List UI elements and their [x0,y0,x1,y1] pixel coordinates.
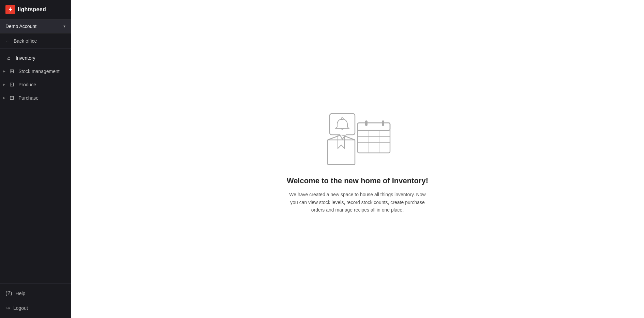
account-name: Demo Account [5,24,36,29]
home-icon: ⌂ [5,55,12,61]
expand-icon-purchase: ▶ [3,96,5,100]
sidebar-item-stock-management-label: Stock management [18,69,65,74]
sidebar-item-inventory[interactable]: ⌂ Inventory [0,52,71,64]
welcome-illustration [320,104,395,165]
svg-rect-2 [358,123,390,130]
logout-label: Logout [13,305,28,311]
sidebar-item-produce-label: Produce [18,82,65,87]
sidebar: lightspeed Demo Account ▾ ← Back office … [0,0,71,318]
main-content: Welcome to the new home of Inventory! We… [71,0,644,318]
sidebar-item-purchase[interactable]: ▶ ⊟ Purchase [0,91,71,104]
svg-rect-9 [328,140,355,164]
briefcase-icon: ⊟ [8,95,15,101]
account-selector[interactable]: Demo Account ▾ [0,19,71,33]
logo-area: lightspeed [0,0,71,19]
welcome-title: Welcome to the new home of Inventory! [287,176,428,185]
logout-nav-item[interactable]: ↪ Logout [0,301,71,315]
help-label: Help [16,291,26,296]
back-arrow-icon: ← [5,38,10,44]
welcome-container: Welcome to the new home of Inventory! We… [272,90,443,227]
help-circle-icon: (?) [5,290,12,297]
sidebar-nav: ⌂ Inventory ▶ ⊞ Stock management ▶ ⊡ Pro… [0,49,71,283]
svg-rect-10 [330,114,355,135]
tag-icon: ⊡ [8,81,15,88]
sidebar-item-purchase-label: Purchase [18,95,65,101]
back-office-nav-item[interactable]: ← Back office [0,33,71,49]
brand-name: lightspeed [18,6,46,13]
grid-icon: ⊞ [8,68,15,74]
expand-icon-stock: ▶ [3,69,5,73]
logout-icon: ↪ [5,305,10,311]
sidebar-item-produce[interactable]: ▶ ⊡ Produce [0,78,71,91]
svg-rect-4 [382,120,384,126]
sidebar-item-stock-management[interactable]: ▶ ⊞ Stock management [0,64,71,78]
chevron-down-icon: ▾ [63,24,65,29]
svg-rect-1 [358,123,390,153]
back-office-label: Back office [14,38,37,44]
sidebar-item-inventory-label: Inventory [16,55,65,61]
lightspeed-logo-icon [5,5,15,14]
expand-icon-produce: ▶ [3,83,5,86]
svg-rect-3 [365,120,368,126]
sidebar-bottom: (?) Help ↪ Logout [0,283,71,318]
help-nav-item[interactable]: (?) Help [0,286,71,301]
welcome-description: We have created a new space to house all… [286,191,429,214]
